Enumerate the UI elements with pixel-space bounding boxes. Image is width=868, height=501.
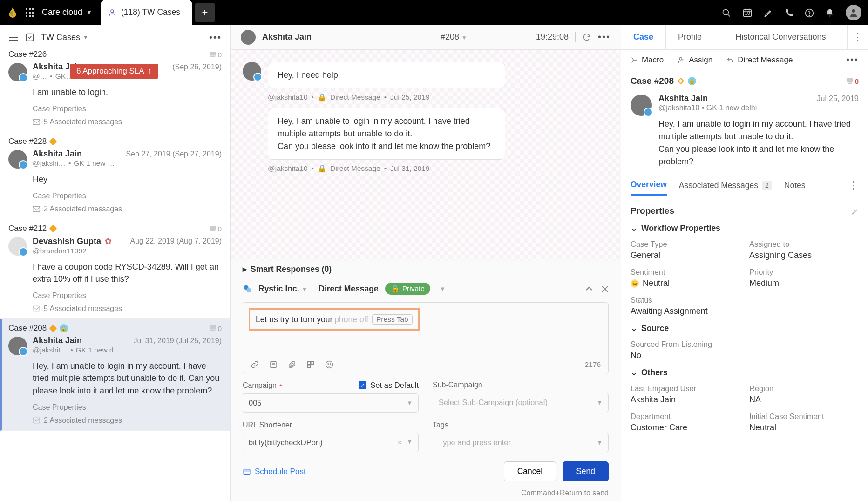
list-title-dropdown[interactable]: TW Cases ▼	[41, 33, 88, 42]
set-default-checkbox[interactable]: ✓ Set as Default	[359, 381, 419, 390]
user-name: Akshita Jain	[33, 149, 82, 159]
case-list-item[interactable]: Case #208 🔒 0 Akshita Jain Jul 31, 2019 …	[0, 319, 230, 430]
apps-grid-icon[interactable]	[25, 8, 34, 17]
chevron-down-icon: ▼	[86, 9, 92, 16]
close-icon[interactable]	[601, 284, 609, 294]
asset-icon[interactable]	[306, 359, 315, 369]
count-chip: 0	[847, 77, 859, 85]
tab-more-icon[interactable]: ⋮	[848, 25, 868, 49]
associated-messages[interactable]: 5 Associated messages	[33, 305, 222, 313]
case-list-item[interactable]: Case #228 Akshita Jain Sep 27, 2019 (Sep…	[0, 132, 230, 219]
subcampaign-label: Sub-Campaign	[433, 381, 609, 389]
lock-icon: 🔒	[318, 164, 326, 173]
macro-icon	[631, 55, 638, 65]
new-tab-button[interactable]: +	[195, 3, 215, 22]
verified-icon: ✿	[105, 236, 112, 246]
bell-icon[interactable]	[825, 7, 834, 18]
schedule-post-button[interactable]: Schedule Post	[243, 467, 306, 476]
emoji-icon[interactable]	[325, 359, 333, 369]
company-dropdown[interactable]: Rystic Inc. ▼	[258, 284, 307, 294]
menu-icon[interactable]	[8, 33, 19, 41]
avatar	[631, 95, 652, 116]
attach-icon[interactable]	[288, 359, 296, 369]
svg-point-18	[852, 9, 855, 12]
svg-rect-27	[210, 226, 216, 230]
smart-responses-toggle[interactable]: ▸ Smart Responses (0)	[231, 260, 621, 279]
associated-messages[interactable]: 2 Associated messages	[33, 205, 222, 213]
case-id-dropdown[interactable]: #208 ▼	[441, 32, 467, 42]
subtab-more-icon[interactable]: ⋮	[848, 179, 859, 196]
compose-textarea[interactable]: Let us try to turn your phone off Press …	[243, 302, 609, 374]
case-properties-link[interactable]: Case Properties	[33, 403, 222, 412]
svg-rect-51	[848, 82, 852, 84]
brand-dropdown[interactable]: Care cloud ▼	[42, 7, 92, 17]
user-avatar-icon[interactable]	[846, 5, 861, 20]
case-properties-link[interactable]: Case Properties	[33, 291, 222, 300]
section-source[interactable]: ⌄Source	[631, 324, 859, 333]
svg-rect-26	[33, 207, 40, 212]
collapse-icon[interactable]	[585, 284, 593, 294]
link-icon[interactable]	[251, 359, 259, 369]
avatar	[8, 63, 27, 81]
svg-rect-8	[32, 15, 34, 17]
app-tab-active[interactable]: (118) TW Cases	[101, 0, 192, 25]
sprinklr-logo-icon[interactable]	[7, 7, 19, 19]
avatar	[241, 30, 256, 45]
assign-action[interactable]: Assign	[678, 55, 712, 65]
subcampaign-select[interactable]: Select Sub-Campaign (optional)▼	[433, 393, 609, 412]
calendar-icon[interactable]: 10	[742, 7, 753, 18]
clear-icon[interactable]: ×	[397, 438, 402, 447]
tab-profile[interactable]: Profile	[666, 25, 714, 49]
refresh-icon[interactable]	[582, 32, 591, 42]
message-meta: @jakshita10 • 🔒 Direct Message • Jul 31,…	[268, 164, 505, 173]
macro-action[interactable]: Macro	[631, 55, 664, 65]
case-properties-link[interactable]: Case Properties	[33, 105, 222, 113]
tags-input[interactable]: Type and press enter▼	[433, 433, 609, 452]
case-list-item[interactable]: Case #226 0 Akshita Jain 19(Sep 26, 2019…	[0, 50, 230, 132]
reply-icon	[726, 55, 734, 65]
case-properties-link[interactable]: Case Properties	[33, 192, 222, 200]
search-icon[interactable]	[722, 7, 731, 18]
svg-rect-50	[847, 78, 853, 82]
help-icon[interactable]	[805, 7, 814, 18]
section-workflow[interactable]: ⌄Workflow Properties	[631, 223, 859, 233]
tab-historical[interactable]: Historical Conversations	[714, 25, 848, 49]
url-shortener-label: URL Shortener	[243, 421, 419, 429]
typed-text: Let us try to turn your	[256, 315, 332, 325]
sla-timer: 19:29:08	[536, 32, 569, 42]
svg-point-34	[246, 288, 251, 293]
associated-messages[interactable]: 2 Associated messages	[33, 416, 222, 425]
subtab-overview[interactable]: Overview	[631, 180, 667, 196]
dm-action[interactable]: Direct Message	[726, 55, 793, 65]
subtab-associated[interactable]: Associated Messages2	[679, 181, 772, 195]
private-chip[interactable]: 🔒 Private	[385, 283, 430, 295]
url-shortener-select[interactable]: bit.ly(bitlycheckDPon)×▼	[243, 433, 419, 452]
associated-messages[interactable]: 5 Associated messages	[33, 118, 222, 126]
svg-rect-24	[210, 56, 215, 57]
send-button[interactable]: Send	[563, 461, 609, 481]
tab-case[interactable]: Case	[621, 25, 666, 49]
chevron-down-icon[interactable]: ▼	[440, 285, 446, 292]
list-more-icon[interactable]: •••	[209, 32, 222, 43]
campaign-select[interactable]: 005▼	[243, 393, 419, 413]
keyboard-hint: Command+Return to send	[231, 489, 621, 501]
edit-icon[interactable]	[851, 206, 859, 216]
svg-rect-23	[210, 52, 216, 56]
subtab-notes[interactable]: Notes	[784, 181, 806, 195]
channel-icon	[243, 284, 252, 294]
lock-icon: 🔒	[318, 93, 326, 102]
cancel-button[interactable]: Cancel	[504, 461, 556, 481]
case-list-item[interactable]: Case #212 0 Devashish Gupta ✿ Aug 22, 20…	[0, 219, 230, 319]
checklist-icon[interactable]	[25, 33, 34, 42]
count-chip: 0	[210, 225, 222, 233]
edit-icon[interactable]	[764, 7, 773, 18]
svg-rect-5	[32, 12, 34, 14]
note-icon[interactable]	[269, 359, 278, 369]
phone-icon[interactable]	[784, 7, 793, 18]
conv-more-icon[interactable]: •••	[598, 32, 610, 42]
actions-more-icon[interactable]: •••	[846, 54, 859, 65]
case-message: Hey, I am unable to login in my account.…	[658, 118, 859, 168]
sla-badge[interactable]: 6 Approaching SLA ↑	[70, 64, 158, 79]
section-others[interactable]: ⌄Others	[631, 368, 859, 378]
svg-rect-22	[27, 34, 34, 41]
